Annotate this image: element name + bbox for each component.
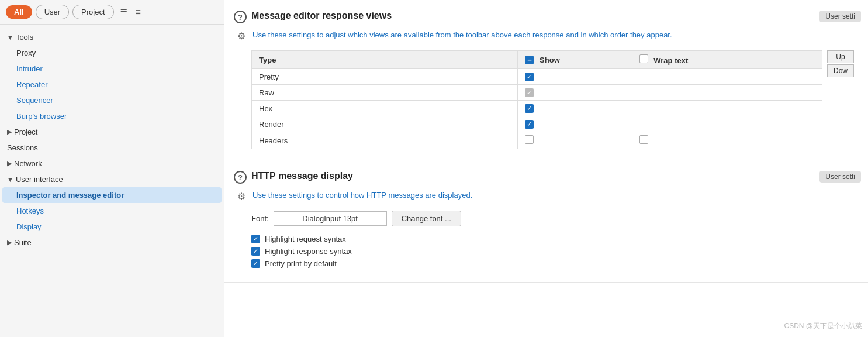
response-views-table: Type − Show Wrap text Pret: [251, 50, 822, 149]
wrap-cell-render: [632, 116, 822, 132]
section-title-2: HTTP message display: [251, 171, 353, 181]
project-filter-button[interactable]: Project: [72, 5, 113, 19]
up-down-buttons: Up Dow: [827, 50, 854, 149]
all-filter-button[interactable]: All: [6, 5, 32, 19]
type-cell-headers: Headers: [252, 132, 518, 149]
show-cell-headers: [518, 132, 632, 149]
sidebar-group-network-label: Network: [14, 159, 42, 168]
sidebar-group-tools[interactable]: ▼ Tools: [0, 29, 224, 45]
highlight-response-row: ✓ Highlight response syntax: [251, 247, 854, 256]
chevron-right-icon-suite: ▶: [7, 239, 12, 246]
main-content: User setti ? Message editor response vie…: [224, 0, 868, 337]
wrap-checkbox-headers[interactable]: [639, 135, 648, 144]
show-cell-hex: ✓: [518, 101, 632, 116]
type-cell-render: Render: [252, 116, 518, 132]
type-cell-hex: Hex: [252, 101, 518, 116]
watermark: CSDN @天下是个小趴菜: [784, 321, 862, 331]
font-row: Font: Change font ...: [251, 211, 854, 226]
font-value-input[interactable]: [274, 211, 387, 226]
sidebar-group-suite-label: Suite: [14, 238, 32, 247]
table-header-show: − Show: [518, 51, 632, 69]
section-desc-2: ⚙ Use these settings to control how HTTP…: [234, 190, 854, 202]
show-cell-pretty: ✓: [518, 69, 632, 85]
sort-icon[interactable]: ≣: [117, 5, 130, 19]
show-cell-raw: ✓: [518, 85, 632, 101]
section-header-2: ? HTTP message display: [234, 171, 854, 184]
table-row: Raw ✓: [252, 85, 822, 101]
gear-icon-2: ⚙: [235, 190, 248, 202]
type-cell-raw: Raw: [252, 85, 518, 101]
sidebar-item-burps-browser[interactable]: Burp's browser: [0, 108, 224, 124]
sidebar-group-suite[interactable]: ▶ Suite: [0, 235, 224, 250]
show-checkbox-pretty[interactable]: ✓: [525, 73, 534, 81]
table-header-type: Type: [252, 51, 518, 69]
wrap-cell-raw: [632, 85, 822, 101]
show-all-toggle[interactable]: −: [525, 56, 534, 64]
gear-icon-1: ⚙: [235, 29, 248, 42]
pretty-print-checkbox[interactable]: ✓: [251, 259, 260, 268]
table-row: Hex ✓: [252, 101, 822, 116]
wrap-cell-headers: [632, 132, 822, 149]
wrap-all-toggle[interactable]: [639, 54, 648, 63]
table-row: Render ✓: [252, 116, 822, 132]
highlight-request-row: ✓ Highlight request syntax: [251, 235, 854, 243]
section-title-1: Message editor response views: [251, 11, 392, 21]
sidebar-toolbar: All User Project ≣ ≡: [0, 0, 224, 25]
down-button[interactable]: Dow: [827, 64, 854, 77]
sidebar-item-inspector-message-editor[interactable]: Inspector and message editor: [2, 187, 222, 203]
show-cell-render: ✓: [518, 116, 632, 132]
message-editor-section: User setti ? Message editor response vie…: [224, 0, 868, 160]
wrap-cell-hex: [632, 101, 822, 116]
font-label: Font:: [251, 214, 269, 223]
question-mark-icon-2[interactable]: ?: [234, 171, 247, 184]
sidebar-item-hotkeys[interactable]: Hotkeys: [0, 203, 224, 219]
sidebar-item-repeater[interactable]: Repeater: [0, 77, 224, 92]
highlight-response-label: Highlight response syntax: [265, 247, 352, 256]
sidebar-group-network[interactable]: ▶ Network: [0, 156, 224, 171]
filter-icon[interactable]: ≡: [133, 6, 143, 19]
pretty-print-label: Pretty print by default: [265, 259, 337, 268]
question-mark-icon-1[interactable]: ?: [234, 11, 247, 23]
sidebar: All User Project ≣ ≡ ▼ Tools Proxy Intru…: [0, 0, 224, 337]
sidebar-group-project-label: Project: [14, 128, 37, 136]
change-font-button[interactable]: Change font ...: [392, 211, 461, 226]
up-button[interactable]: Up: [827, 50, 854, 63]
sidebar-group-project[interactable]: ▶ Project: [0, 124, 224, 140]
sidebar-nav: ▼ Tools Proxy Intruder Repeater Sequence…: [0, 25, 224, 337]
section-desc-1: ⚙ Use these settings to adjust which vie…: [234, 29, 854, 42]
chevron-down-icon: ▼: [7, 34, 13, 41]
sidebar-item-sessions[interactable]: Sessions: [0, 140, 224, 156]
sidebar-item-sequencer[interactable]: Sequencer: [0, 92, 224, 108]
section-badge-1: User setti: [819, 11, 861, 22]
table-row: Pretty ✓: [252, 69, 822, 85]
table-header-wrap: Wrap text: [632, 51, 822, 69]
chevron-right-icon-network: ▶: [7, 160, 12, 167]
chevron-down-icon-ui: ▼: [7, 176, 13, 183]
user-filter-button[interactable]: User: [36, 5, 69, 19]
table-row: Headers: [252, 132, 822, 149]
wrap-cell-pretty: [632, 69, 822, 85]
pretty-print-row: ✓ Pretty print by default: [251, 259, 854, 268]
sidebar-group-user-interface[interactable]: ▼ User interface: [0, 171, 224, 187]
show-checkbox-render[interactable]: ✓: [525, 120, 534, 129]
chevron-right-icon: ▶: [7, 128, 12, 136]
sidebar-item-intruder[interactable]: Intruder: [0, 61, 224, 77]
section-desc-text-1: Use these settings to adjust which views…: [253, 29, 672, 41]
section-badge-2: User setti: [819, 171, 861, 183]
highlight-response-checkbox[interactable]: ✓: [251, 247, 260, 256]
highlight-request-checkbox[interactable]: ✓: [251, 235, 260, 243]
http-message-display-section: User setti ? HTTP message display ⚙ Use …: [224, 160, 868, 283]
show-checkbox-headers[interactable]: [525, 135, 534, 144]
show-checkbox-hex[interactable]: ✓: [525, 104, 534, 113]
show-checkbox-raw[interactable]: ✓: [525, 88, 534, 97]
sidebar-item-proxy[interactable]: Proxy: [0, 45, 224, 61]
section-desc-text-2: Use these settings to control how HTTP m…: [253, 190, 472, 201]
sidebar-group-tools-label: Tools: [16, 33, 33, 42]
highlight-request-label: Highlight request syntax: [265, 235, 346, 243]
sidebar-item-display[interactable]: Display: [0, 219, 224, 235]
sidebar-group-ui-label: User interface: [16, 175, 63, 184]
type-cell: Pretty: [252, 69, 518, 85]
section-header-1: ? Message editor response views: [234, 11, 854, 23]
